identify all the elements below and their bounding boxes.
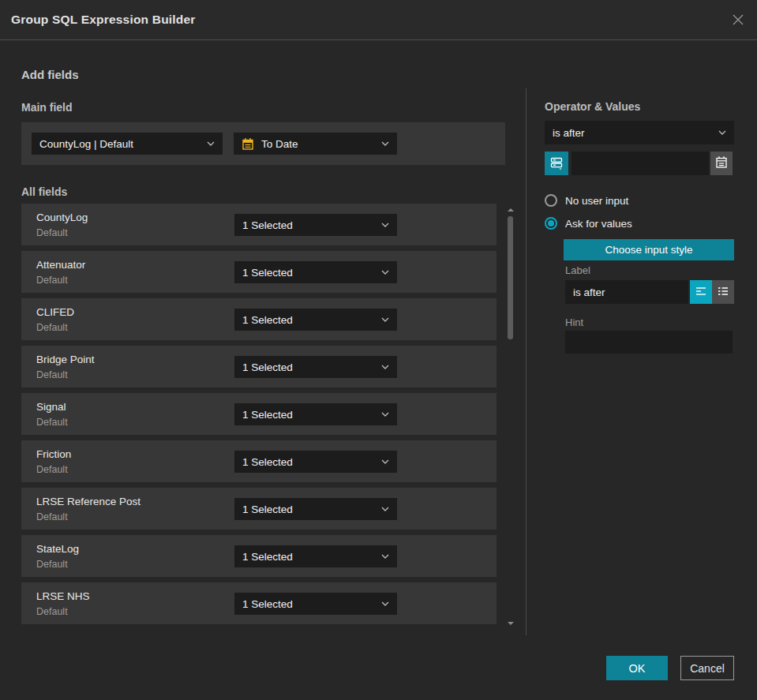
field-row: LRSE Reference Post Default 1 Selected xyxy=(21,488,497,530)
field-values-select-value: 1 Selected xyxy=(242,503,377,515)
choose-input-style-button[interactable]: Choose input style xyxy=(564,239,734,260)
field-name: StateLog xyxy=(36,543,79,555)
main-field-panel: CountyLog | Default To Date xyxy=(21,122,505,165)
date-field-select-value: To Date xyxy=(261,138,377,150)
field-values-select-value: 1 Selected xyxy=(242,267,377,279)
chevron-down-icon xyxy=(381,141,389,146)
field-name: CLIFED xyxy=(36,306,74,318)
chevron-down-icon xyxy=(381,554,389,559)
field-values-select[interactable]: 1 Selected xyxy=(234,403,397,425)
field-name: Attenuator xyxy=(36,259,85,271)
dialog-titlebar: Group SQL Expression Builder xyxy=(0,0,757,40)
field-subtitle: Default xyxy=(36,227,68,238)
panel-divider xyxy=(526,88,527,635)
field-values-select-value: 1 Selected xyxy=(242,314,377,326)
field-row: Bridge Point Default 1 Selected xyxy=(21,346,497,387)
field-values-select[interactable]: 1 Selected xyxy=(234,593,397,615)
chevron-down-icon xyxy=(207,141,215,146)
field-values-select[interactable]: 1 Selected xyxy=(234,545,397,567)
field-values-select-value: 1 Selected xyxy=(242,219,377,231)
field-subtitle: Default xyxy=(36,322,68,333)
field-row: Attenuator Default 1 Selected xyxy=(21,251,497,293)
scrollbar-thumb[interactable] xyxy=(508,216,513,339)
field-row: StateLog Default 1 Selected xyxy=(21,535,497,577)
main-field-select-value: CountyLog | Default xyxy=(39,138,202,150)
radio-no-user-input-label: No user input xyxy=(565,195,628,207)
chevron-down-icon xyxy=(381,412,389,417)
hint-caption: Hint xyxy=(565,316,583,328)
operator-select-value: is after xyxy=(553,127,714,139)
add-fields-heading: Add fields xyxy=(21,68,79,81)
field-row: LRSE NHS Default 1 Selected xyxy=(21,582,497,624)
scroll-down-arrow-icon[interactable] xyxy=(508,622,514,625)
close-button[interactable] xyxy=(727,9,749,32)
date-field-select[interactable]: To Date xyxy=(234,133,397,155)
chevron-down-icon xyxy=(381,459,389,464)
operator-select[interactable]: is after xyxy=(545,121,734,144)
all-fields-list: CountyLog Default 1 Selected Attenuator … xyxy=(21,204,497,624)
field-values-select[interactable]: 1 Selected xyxy=(234,356,397,378)
operator-values-heading: Operator & Values xyxy=(545,100,640,113)
group-sql-expression-builder-dialog: Group SQL Expression Builder Add fields … xyxy=(0,0,757,700)
list-scrollbar[interactable] xyxy=(506,204,515,631)
radio-no-user-input[interactable]: No user input xyxy=(545,193,628,208)
field-name: Signal xyxy=(36,401,66,413)
field-subtitle: Default xyxy=(36,464,68,475)
main-field-select[interactable]: CountyLog | Default xyxy=(32,133,223,155)
hint-input[interactable] xyxy=(565,331,733,354)
field-values-select[interactable]: 1 Selected xyxy=(234,451,397,473)
calendar-icon xyxy=(242,137,254,151)
date-picker-button[interactable] xyxy=(710,152,733,175)
field-values-select-value: 1 Selected xyxy=(242,598,377,610)
field-row: Friction Default 1 Selected xyxy=(21,440,497,482)
chevron-down-icon xyxy=(381,601,389,606)
chevron-down-icon xyxy=(381,365,389,369)
field-values-select-value: 1 Selected xyxy=(242,551,377,563)
radio-ask-for-values[interactable]: Ask for values xyxy=(545,216,632,230)
chevron-down-icon xyxy=(381,507,389,511)
field-values-select[interactable]: 1 Selected xyxy=(234,498,397,520)
field-subtitle: Default xyxy=(36,417,68,428)
radio-circle-icon xyxy=(545,194,557,207)
label-style-list-button[interactable] xyxy=(712,280,734,304)
label-input[interactable] xyxy=(565,280,688,304)
field-name: Bridge Point xyxy=(36,354,95,365)
field-name: CountyLog xyxy=(36,211,88,223)
field-row: CLIFED Default 1 Selected xyxy=(21,298,497,340)
ok-button[interactable]: OK xyxy=(606,656,668,680)
value-input-type-button[interactable] xyxy=(545,152,568,175)
field-values-select[interactable]: 1 Selected xyxy=(234,309,397,331)
chevron-down-icon xyxy=(381,223,389,227)
field-subtitle: Default xyxy=(36,511,68,522)
label-style-text-button[interactable] xyxy=(690,280,712,304)
list-style-icon xyxy=(717,285,729,300)
field-values-select[interactable]: 1 Selected xyxy=(234,261,397,283)
cancel-button[interactable]: Cancel xyxy=(680,656,734,680)
scroll-up-arrow-icon[interactable] xyxy=(508,208,514,211)
field-subtitle: Default xyxy=(36,275,68,286)
field-values-select[interactable]: 1 Selected xyxy=(234,214,397,236)
radio-circle-icon xyxy=(545,217,557,230)
date-value-input[interactable] xyxy=(571,152,709,175)
field-subtitle: Default xyxy=(36,606,68,617)
chevron-down-icon xyxy=(381,317,389,322)
field-values-select-value: 1 Selected xyxy=(242,409,377,421)
field-values-select-value: 1 Selected xyxy=(242,456,377,468)
dialog-title: Group SQL Expression Builder xyxy=(11,13,196,27)
field-subtitle: Default xyxy=(36,559,68,570)
radio-ask-for-values-label: Ask for values xyxy=(565,218,632,230)
text-style-icon xyxy=(695,285,707,300)
field-row: CountyLog Default 1 Selected xyxy=(21,204,497,245)
close-icon xyxy=(731,13,745,29)
chevron-down-icon xyxy=(381,270,389,275)
main-field-heading: Main field xyxy=(21,101,73,114)
all-fields-heading: All fields xyxy=(21,185,67,198)
calendar-icon xyxy=(715,155,728,171)
field-values-select-value: 1 Selected xyxy=(242,361,377,373)
field-subtitle: Default xyxy=(36,369,68,380)
field-name: LRSE NHS xyxy=(36,590,90,602)
field-row: Signal Default 1 Selected xyxy=(21,393,497,435)
label-caption: Label xyxy=(565,264,590,276)
stack-input-type-icon xyxy=(549,155,564,172)
field-name: Friction xyxy=(36,448,71,460)
